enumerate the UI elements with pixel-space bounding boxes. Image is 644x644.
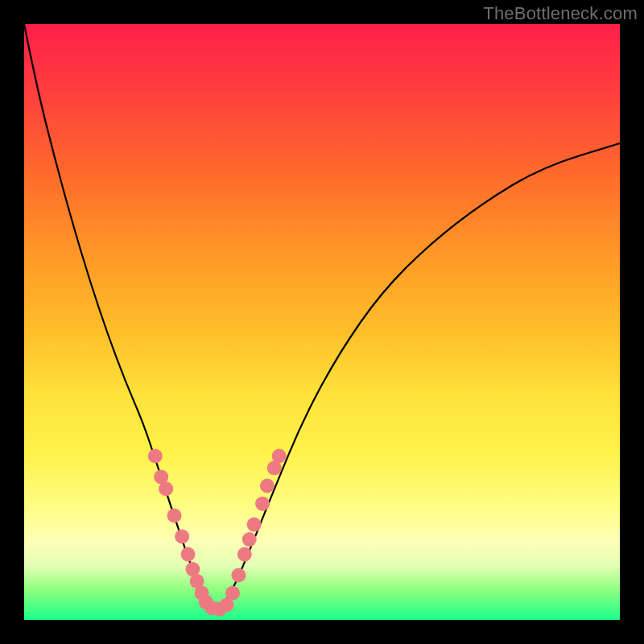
curve-marker bbox=[181, 547, 196, 562]
curve-marker bbox=[247, 518, 262, 532]
curve-marker bbox=[272, 449, 287, 464]
curve-marker bbox=[260, 479, 275, 493]
curve-marker bbox=[231, 568, 246, 583]
curve-marker bbox=[159, 481, 173, 496]
curve-marker bbox=[242, 532, 257, 547]
curve-marker bbox=[225, 586, 240, 601]
curve-marker bbox=[148, 449, 163, 464]
curve-marker bbox=[167, 509, 182, 523]
curve-marker bbox=[237, 547, 252, 562]
watermark-text: TheBottleneck.com bbox=[483, 3, 638, 24]
chart-svg bbox=[24, 24, 620, 620]
marker-group bbox=[148, 449, 287, 617]
plot-area bbox=[24, 24, 620, 620]
bottleneck-curve bbox=[24, 24, 620, 608]
chart-frame: TheBottleneck.com bbox=[0, 0, 644, 644]
curve-marker bbox=[255, 497, 270, 511]
curve-marker bbox=[175, 529, 189, 543]
